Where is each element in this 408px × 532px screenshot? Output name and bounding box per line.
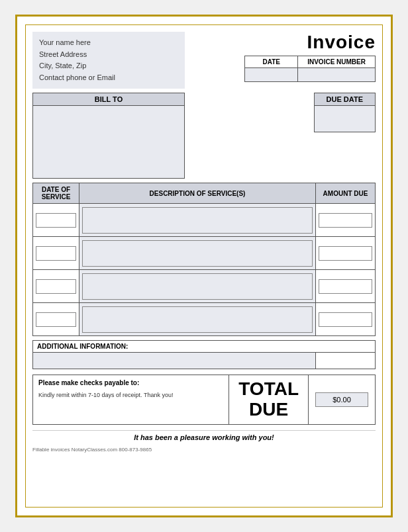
- date-label: DATE: [245, 56, 298, 68]
- sender-line4: Contact phone or Email: [39, 72, 178, 84]
- bill-to-block: BILL TO: [32, 93, 185, 179]
- payable-label: Please make checks payable to:: [38, 379, 223, 386]
- table-row: [33, 303, 376, 336]
- service-desc-1: [79, 204, 316, 237]
- date-value[interactable]: [245, 68, 298, 82]
- due-date-label: DUE DATE: [314, 93, 376, 106]
- date-input-2[interactable]: [36, 246, 76, 261]
- service-amount-3: [316, 270, 376, 303]
- bill-to-area[interactable]: [32, 106, 185, 179]
- table-row: [33, 237, 376, 270]
- desc-input-4[interactable]: [82, 306, 313, 333]
- date-input-1[interactable]: [36, 213, 76, 228]
- desc-input-3[interactable]: [82, 273, 313, 300]
- amount-input-1[interactable]: [319, 213, 372, 228]
- sender-line2: Street Address: [39, 49, 178, 61]
- invoice-number-label: INVOICE NUMBER: [298, 56, 376, 68]
- date-invoice-table: DATE INVOICE NUMBER: [244, 56, 376, 82]
- total-amount-block: $0.00: [309, 375, 375, 424]
- additional-section: ADDITIONAL INFORMATION:: [32, 340, 376, 369]
- service-desc-3: [79, 270, 316, 303]
- service-date-4: [33, 303, 79, 336]
- invoice-title: Invoice: [307, 32, 376, 53]
- service-date-3: [33, 270, 79, 303]
- invoice-outer: Your name here Street Address City, Stat…: [15, 15, 393, 517]
- table-row: [33, 204, 376, 237]
- additional-input[interactable]: [32, 352, 316, 369]
- additional-amount[interactable]: [316, 352, 376, 369]
- service-amount-2: [316, 237, 376, 270]
- service-date-2: [33, 237, 79, 270]
- total-amount-value[interactable]: $0.00: [315, 392, 368, 407]
- sender-info: Your name here Street Address City, Stat…: [32, 32, 185, 89]
- service-amount-1: [316, 204, 376, 237]
- due-date-block: DUE DATE: [314, 93, 376, 132]
- service-date-1: [33, 204, 79, 237]
- col-date: DATE OF SERVICE: [33, 183, 79, 204]
- bottom-left: Please make checks payable to: Kindly re…: [33, 375, 229, 424]
- desc-input-2[interactable]: [82, 240, 313, 267]
- service-desc-2: [79, 237, 316, 270]
- sender-line1: Your name here: [39, 37, 178, 49]
- bottom-section: Please make checks payable to: Kindly re…: [32, 375, 376, 425]
- total-due-label: TOTALDUE: [238, 379, 299, 420]
- amount-input-4[interactable]: [319, 312, 372, 327]
- footer-thank: It has been a pleasure working with you!: [32, 430, 376, 441]
- service-amount-4: [316, 303, 376, 336]
- invoice-header-right: Invoice DATE INVOICE NUMBER: [244, 32, 376, 82]
- total-due-block: TOTALDUE: [229, 375, 309, 424]
- service-table: DATE OF SERVICE DESCRIPTION OF SERVICE(S…: [32, 183, 376, 336]
- desc-input-1[interactable]: [82, 207, 313, 234]
- bill-due-section: BILL TO DUE DATE: [32, 93, 376, 179]
- table-row: [33, 270, 376, 303]
- date-input-3[interactable]: [36, 279, 76, 294]
- top-section: Your name here Street Address City, Stat…: [32, 32, 376, 89]
- invoice-inner: Your name here Street Address City, Stat…: [25, 24, 383, 508]
- col-desc: DESCRIPTION OF SERVICE(S): [79, 183, 316, 204]
- bill-to-label: BILL TO: [32, 93, 185, 106]
- remit-text: Kindly remit within 7-10 days of receipt…: [38, 392, 223, 398]
- sender-line3: City, State, Zip: [39, 60, 178, 72]
- additional-row: [32, 352, 376, 369]
- footer-fine: Fillable invoices NotaryClasses.com 800-…: [32, 447, 376, 453]
- date-input-4[interactable]: [36, 312, 76, 327]
- due-date-value[interactable]: [314, 106, 376, 132]
- amount-input-3[interactable]: [319, 279, 372, 294]
- additional-label: ADDITIONAL INFORMATION:: [32, 340, 376, 352]
- service-desc-4: [79, 303, 316, 336]
- col-amount: AMOUNT DUE: [316, 183, 376, 204]
- invoice-number-value[interactable]: [298, 68, 376, 82]
- amount-input-2[interactable]: [319, 246, 372, 261]
